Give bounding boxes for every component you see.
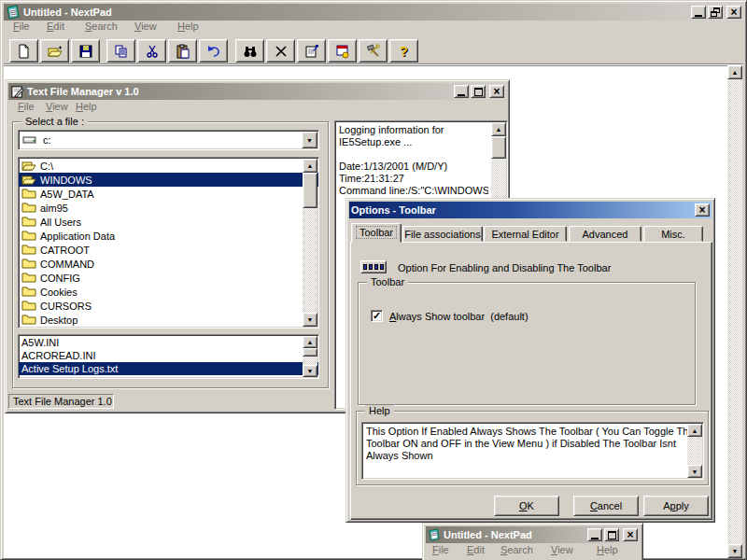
- cut-icon[interactable]: [137, 39, 166, 63]
- help-group-label: Help: [365, 405, 394, 416]
- save-icon[interactable]: [71, 39, 100, 63]
- tab-advanced[interactable]: Advanced: [569, 226, 641, 242]
- undo-icon[interactable]: [199, 39, 228, 63]
- folder-item[interactable]: COMMAND: [19, 257, 318, 271]
- folder-list[interactable]: C:\ WINDOWS A5W_DATA aim95 All Users App…: [18, 157, 319, 329]
- background-window: Untitled - NextPad × File Edit Search Vi…: [422, 523, 643, 560]
- folder-item[interactable]: Application Data: [19, 229, 318, 243]
- always-show-toolbar-checkbox[interactable]: ✓: [371, 310, 383, 322]
- properties-icon[interactable]: [297, 39, 326, 63]
- folder-icon: [21, 314, 36, 326]
- menu-help[interactable]: Help: [177, 21, 199, 32]
- view-options-icon[interactable]: [328, 39, 357, 63]
- menu-view[interactable]: View: [134, 21, 157, 32]
- close-button[interactable]: ×: [726, 6, 741, 19]
- toolbar-group: Toolbar ✓ Always Show toolbar (default): [358, 282, 696, 405]
- bg-menu-edit[interactable]: Edit: [467, 544, 485, 555]
- options-titlebar[interactable]: Options - Toolbar ×: [349, 202, 712, 218]
- scroll-down-icon[interactable]: ▼: [687, 465, 702, 478]
- fm-close-button[interactable]: ×: [489, 85, 504, 98]
- copy-icon[interactable]: [106, 39, 135, 63]
- options-close-button[interactable]: ×: [695, 203, 710, 217]
- folder-item[interactable]: CURSORS: [19, 299, 318, 313]
- paste-icon[interactable]: [168, 39, 197, 63]
- file-item-selected[interactable]: Active Setup Logs.txt: [19, 362, 318, 375]
- editor-vscrollbar[interactable]: ▲ ▼: [727, 65, 742, 558]
- bg-menu-search[interactable]: Search: [500, 544, 533, 555]
- new-icon[interactable]: [9, 39, 38, 63]
- fm-menu-file[interactable]: File: [18, 101, 35, 112]
- help-line: This Option If Enabled Always Shows The …: [366, 426, 684, 438]
- file-list[interactable]: A5W.INI ACROREAD.INI Active Setup Logs.t…: [18, 334, 319, 379]
- tab-external-editor[interactable]: External Editor: [484, 226, 567, 242]
- fm-maximize-button[interactable]: [471, 85, 486, 98]
- folder-item[interactable]: Desktop: [19, 313, 318, 327]
- restore-button[interactable]: [708, 6, 723, 19]
- scroll-up-icon[interactable]: ▲: [303, 336, 317, 348]
- tools-icon[interactable]: [359, 39, 388, 63]
- scroll-up-icon[interactable]: ▲: [727, 65, 742, 79]
- minimize-button[interactable]: [691, 6, 706, 19]
- scroll-down-icon[interactable]: ▼: [727, 544, 742, 558]
- folder-item[interactable]: CONFIG: [19, 271, 318, 285]
- open-icon[interactable]: [40, 39, 69, 63]
- file-item[interactable]: ACROREAD.INI: [19, 349, 318, 362]
- bg-menu-view[interactable]: View: [551, 544, 573, 555]
- file-manager-titlebar[interactable]: Text File Manager v 1.0 ×: [8, 83, 506, 100]
- help-icon[interactable]: ?: [389, 39, 418, 63]
- drive-value: c:: [43, 134, 51, 146]
- scroll-up-icon[interactable]: ▲: [687, 424, 702, 437]
- cancel-button[interactable]: Cancel: [573, 496, 639, 516]
- scroll-thumb[interactable]: [303, 348, 317, 357]
- file-list-scrollbar[interactable]: ▲ ▼: [303, 336, 317, 377]
- scroll-down-icon[interactable]: ▼: [303, 365, 317, 377]
- folder-item[interactable]: aim95: [19, 201, 318, 215]
- scroll-up-icon[interactable]: ▲: [491, 122, 506, 136]
- ok-button[interactable]: OK: [494, 496, 559, 516]
- scroll-down-icon[interactable]: ▼: [303, 313, 317, 327]
- always-show-toolbar-label[interactable]: Always Show toolbar (default): [389, 311, 529, 322]
- bg-close-button[interactable]: ×: [623, 528, 638, 541]
- bg-menubar: File Edit Search View Help: [426, 544, 640, 559]
- find-icon[interactable]: [235, 39, 264, 63]
- menu-file[interactable]: File: [13, 21, 30, 32]
- bg-minimize-button[interactable]: [587, 528, 602, 541]
- help-line: Always Shown: [366, 450, 684, 462]
- apply-button[interactable]: Apply: [643, 496, 709, 516]
- folder-item-selected[interactable]: WINDOWS: [19, 173, 318, 187]
- fm-minimize-button[interactable]: [454, 85, 469, 98]
- fm-menu-help[interactable]: Help: [76, 101, 97, 112]
- background-window-title: Untitled - NextPad: [444, 529, 585, 540]
- folder-item[interactable]: C:\: [19, 159, 318, 173]
- help-scrollbar[interactable]: ▲ ▼: [687, 424, 702, 478]
- help-line: Toolbar ON and OFF in the View Menu ) if…: [366, 438, 684, 450]
- drive-combobox[interactable]: c: ▼: [18, 130, 319, 150]
- main-menubar: File Edit Search View Help: [4, 21, 743, 36]
- scroll-thumb[interactable]: [491, 136, 506, 159]
- folder-list-scrollbar[interactable]: ▲ ▼: [303, 159, 317, 327]
- bg-maximize-button[interactable]: [604, 528, 619, 541]
- scroll-thumb[interactable]: [303, 173, 317, 208]
- folder-item[interactable]: CATROOT: [19, 243, 318, 257]
- scroll-up-icon[interactable]: ▲: [303, 159, 317, 173]
- folder-item[interactable]: Cookies: [19, 285, 318, 299]
- menu-search[interactable]: Search: [85, 21, 118, 32]
- folder-item[interactable]: A5W_DATA: [19, 187, 318, 201]
- folder-item[interactable]: All Users: [19, 215, 318, 229]
- fm-menu-view[interactable]: View: [46, 101, 68, 112]
- menu-edit[interactable]: Edit: [47, 21, 64, 32]
- tab-toolbar[interactable]: Toolbar: [351, 223, 402, 243]
- bg-menu-help[interactable]: Help: [597, 544, 618, 555]
- bg-menu-file[interactable]: File: [432, 544, 449, 555]
- tab-file-associations[interactable]: File associations: [402, 226, 483, 242]
- background-titlebar[interactable]: Untitled - NextPad ×: [426, 526, 640, 543]
- screen: Untitled - NextPad × File Edit Search Vi…: [0, 0, 747, 560]
- nextpad-app-icon: [428, 528, 441, 541]
- tab-misc[interactable]: Misc.: [643, 226, 703, 242]
- main-titlebar[interactable]: Untitled - NextPad ×: [4, 4, 743, 21]
- delete-icon[interactable]: [266, 39, 295, 63]
- help-textbox[interactable]: This Option If Enabled Always Shows The …: [361, 422, 704, 480]
- folder-icon: [21, 188, 36, 200]
- file-item[interactable]: A5W.INI: [19, 336, 318, 349]
- drive-dropdown-icon[interactable]: ▼: [302, 132, 317, 148]
